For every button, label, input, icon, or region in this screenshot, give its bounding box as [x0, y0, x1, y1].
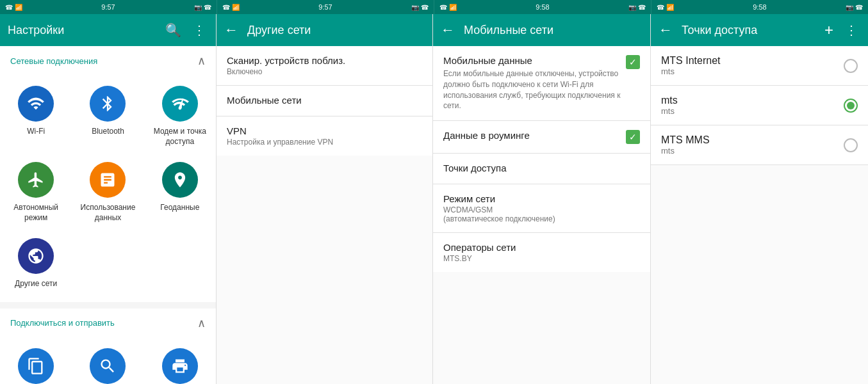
status-bar-4: ☎ 📶 9:58 📷 ☎: [651, 0, 868, 14]
data-usage-label: Использование данных: [77, 203, 138, 223]
other-networks-content: Сканир. устройств поблиз. Включено Мобил…: [217, 46, 432, 384]
mts-internet-radio[interactable]: [844, 59, 858, 73]
signal-icon-3: 📶: [449, 4, 457, 11]
wifi-label: Wi-Fi: [27, 127, 45, 137]
status-time-1: 9:57: [101, 3, 115, 11]
network-chevron-icon[interactable]: ∧: [197, 54, 206, 68]
roaming-item[interactable]: Данные в роуминге ✓: [433, 121, 650, 154]
access-points-title: Точки доступа: [443, 163, 640, 173]
airplane-icon: [18, 162, 54, 198]
print-icon: [162, 348, 198, 384]
airplane-item[interactable]: Автономный режим: [0, 154, 72, 230]
main-panels: Настройки 🔍 ⋮ Сетевые подключения ∧ Wi-F…: [0, 14, 868, 384]
mts-internet-provider: mts: [661, 67, 844, 76]
wifi-item[interactable]: Wi-Fi: [0, 78, 72, 154]
mobile-networks-title: Мобильные сети: [227, 95, 422, 106]
scan-item[interactable]: [72, 340, 143, 384]
bluetooth-icon: [90, 86, 126, 122]
mts-radio[interactable]: [844, 99, 858, 113]
mts-mms-item[interactable]: MTS MMS mts: [651, 125, 868, 165]
location-item[interactable]: Геоданные: [144, 154, 216, 230]
mobile-networks-title: Мобильные сети: [464, 24, 643, 37]
share-item[interactable]: [0, 340, 72, 384]
status-right-4: 📷 ☎: [846, 4, 863, 11]
bluetooth-label: Bluetooth: [92, 127, 124, 137]
settings-title: Настройки: [8, 24, 156, 37]
bluetooth-item[interactable]: Bluetooth: [72, 78, 143, 154]
phone-icon-1: ☎: [204, 4, 211, 11]
status-right-3: 📷 ☎: [628, 4, 646, 11]
mts-mms-radio[interactable]: [844, 138, 858, 152]
network-mode-item[interactable]: Режим сети WCDMA/GSM (автоматическое под…: [433, 184, 650, 233]
signal-icon-4: 📶: [666, 4, 674, 11]
back-button-3[interactable]: ←: [441, 22, 455, 38]
mts-internet-item[interactable]: MTS Internet mts: [651, 46, 868, 86]
mts-provider: mts: [661, 106, 844, 116]
panel-mobile-networks: ← Мобильные сети Мобильные данные Если м…: [433, 14, 651, 384]
search-icon[interactable]: 🔍: [163, 20, 184, 40]
other-networks-toolbar: ← Другие сети: [217, 14, 432, 46]
mts-radio-inner: [847, 102, 855, 109]
data-usage-item[interactable]: Использование данных: [72, 154, 143, 230]
scan-nearby-title: Сканир. устройств поблиз.: [227, 55, 422, 66]
connect-section-header: Подключиться и отправить ∧: [0, 308, 216, 335]
status-left-4: ☎ 📶: [657, 4, 674, 11]
mobile-data-checkbox[interactable]: ✓: [626, 55, 640, 69]
call-icon-1: ☎: [5, 4, 13, 11]
location-label: Геоданные: [160, 203, 199, 213]
camera-icon-4: 📷: [846, 4, 853, 11]
mobile-data-item[interactable]: Мобильные данные Если мобильные данные о…: [433, 46, 650, 121]
phone-icon-2: ☎: [421, 4, 429, 11]
hotspot-item[interactable]: Модем и точка доступа: [144, 78, 216, 154]
panel-settings: Настройки 🔍 ⋮ Сетевые подключения ∧ Wi-F…: [0, 14, 217, 384]
camera-icon-2: 📷: [411, 4, 419, 11]
network-section-title: Сетевые подключения: [10, 56, 97, 66]
camera-icon-1: 📷: [194, 4, 202, 11]
mobile-data-subtitle: Если мобильные данные отключены, устройс…: [443, 68, 626, 111]
network-operators-subtitle: MTS.BY: [443, 254, 640, 263]
more-icon-4[interactable]: ⋮: [842, 20, 860, 40]
mobile-networks-item[interactable]: Мобильные сети: [217, 86, 432, 116]
roaming-checkbox[interactable]: ✓: [626, 130, 640, 144]
mts-mms-provider: mts: [661, 146, 844, 156]
vpn-item[interactable]: VPN Настройка и управление VPN: [217, 116, 432, 156]
access-points-title: Точки доступа: [682, 24, 815, 37]
back-button-4[interactable]: ←: [659, 22, 673, 38]
mts-mms-content: MTS MMS mts: [661, 134, 844, 156]
status-bars: ☎ 📶 9:57 📷 ☎ ☎ 📶 9:57 📷 ☎ ☎ 📶 9:58 📷 ☎: [0, 0, 868, 14]
data-usage-icon: [90, 162, 126, 198]
status-time-2: 9:57: [318, 3, 332, 11]
hotspot-label: Модем и точка доступа: [149, 127, 211, 147]
add-icon[interactable]: +: [822, 19, 836, 42]
print-item[interactable]: [144, 340, 216, 384]
panel-other-networks: ← Другие сети Сканир. устройств поблиз. …: [217, 14, 433, 384]
location-icon: [162, 162, 198, 198]
wifi-icon: [18, 86, 54, 122]
connect-chevron-icon[interactable]: ∧: [197, 316, 206, 330]
mts-internet-title: MTS Internet: [661, 55, 844, 67]
airplane-label: Автономный режим: [5, 203, 67, 223]
more-icon[interactable]: ⋮: [190, 20, 208, 40]
status-bar-3: ☎ 📶 9:58 📷 ☎: [434, 0, 651, 14]
scan-nearby-subtitle: Включено: [227, 67, 422, 76]
status-time-3: 9:58: [536, 3, 549, 11]
signal-icon-2: 📶: [232, 4, 240, 11]
access-points-item[interactable]: Точки доступа: [433, 154, 650, 184]
other-networks-item[interactable]: Другие сети: [0, 230, 72, 297]
network-operators-item[interactable]: Операторы сети MTS.BY: [433, 233, 650, 272]
mts-item[interactable]: mts mts: [651, 86, 868, 125]
status-right-2: 📷 ☎: [411, 4, 429, 11]
network-icon-grid: Wi-Fi Bluetooth Модем и точка доступа: [0, 73, 216, 302]
other-networks-icon: [18, 238, 54, 274]
mts-internet-content: MTS Internet mts: [661, 55, 844, 76]
settings-content: Сетевые подключения ∧ Wi-Fi Bluetooth: [0, 46, 216, 384]
call-icon-3: ☎: [439, 4, 447, 11]
back-button-2[interactable]: ←: [224, 22, 238, 38]
mobile-data-content: Мобильные данные Если мобильные данные о…: [443, 55, 626, 111]
phone-icon-3: ☎: [638, 4, 646, 11]
network-operators-title: Операторы сети: [443, 242, 640, 253]
vpn-subtitle: Настройка и управление VPN: [227, 138, 422, 147]
mobile-data-title: Мобильные данные: [443, 55, 626, 66]
scan-nearby-item[interactable]: Сканир. устройств поблиз. Включено: [217, 46, 432, 86]
call-icon-2: ☎: [222, 4, 230, 11]
